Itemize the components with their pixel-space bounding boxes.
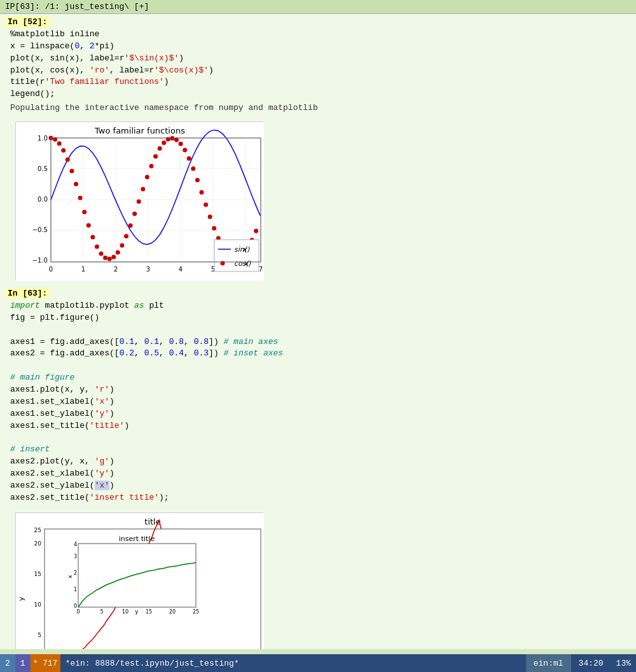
chart-2-ylabel: y xyxy=(17,597,25,601)
svg-point-44 xyxy=(124,234,128,238)
svg-point-28 xyxy=(57,141,62,146)
chart-2-inset-title: insert title xyxy=(119,535,155,543)
svg-point-39 xyxy=(103,256,107,260)
svg-point-62 xyxy=(200,190,204,195)
svg-point-59 xyxy=(187,156,191,161)
svg-text:): ) xyxy=(247,245,250,254)
svg-point-52 xyxy=(158,146,162,151)
svg-text:0: 0 xyxy=(74,603,77,609)
svg-text:15: 15 xyxy=(146,609,152,615)
chart-2-inset-ylabel: x xyxy=(67,575,73,579)
svg-point-49 xyxy=(145,175,149,179)
svg-text:25: 25 xyxy=(193,609,199,615)
svg-point-57 xyxy=(179,142,183,146)
svg-point-75 xyxy=(254,229,258,233)
chart-2-inset-xlabel: y xyxy=(135,608,139,615)
svg-text:2: 2 xyxy=(74,570,77,576)
svg-point-36 xyxy=(90,235,95,240)
svg-point-46 xyxy=(132,212,137,216)
svg-text:2: 2 xyxy=(114,266,118,273)
svg-point-35 xyxy=(86,223,91,228)
svg-point-65 xyxy=(212,226,216,230)
status-percent: 13% xyxy=(611,659,636,668)
status-bar: 2 1 * 717 *ein: 8888/test.ipynb/just_tes… xyxy=(0,654,636,672)
chart-2-svg: title y x 0 5 10 15 20 25 0 1 2 3 4 5 xyxy=(16,513,264,649)
chart-1-title: Two familiar functions xyxy=(94,126,185,135)
svg-point-31 xyxy=(69,168,74,173)
title-bar: IP[63]: /1: just_testing\ [+] xyxy=(0,0,636,14)
status-asterisk-indicator: * 717 xyxy=(31,654,60,672)
svg-point-48 xyxy=(141,187,145,191)
status-filename: *ein: 8888/test.ipynb/just_testing* xyxy=(60,659,526,668)
svg-text:25: 25 xyxy=(34,527,41,533)
cell-52-code[interactable]: %matplotlib inline x = linspace(0, 2*pi)… xyxy=(0,27,636,102)
svg-point-33 xyxy=(78,196,83,200)
cell-63-code[interactable]: import matplotlib.pyplot as plt fig = pl… xyxy=(0,299,636,505)
svg-text:5: 5 xyxy=(38,632,41,638)
chart-1-svg: Two familiar functions 1.0 0.5 0.0 −0.5 … xyxy=(16,122,264,281)
svg-text:3: 3 xyxy=(74,554,77,559)
cell-52: In [52]: %matplotlib inline x = linspace… xyxy=(0,14,636,116)
title-text: IP[63]: /1: just_testing\ [+] xyxy=(5,2,149,11)
chart-1-container: Two familiar functions 1.0 0.5 0.0 −0.5 … xyxy=(15,121,263,280)
cell-63-label: In [63]: xyxy=(5,288,50,299)
svg-text:): ) xyxy=(248,259,251,268)
svg-text:10: 10 xyxy=(34,601,42,608)
svg-text:4: 4 xyxy=(179,266,183,273)
svg-text:3: 3 xyxy=(146,266,150,273)
status-cell-num2[interactable]: 1 xyxy=(15,654,31,672)
svg-point-47 xyxy=(137,199,141,203)
svg-point-45 xyxy=(128,223,133,228)
svg-point-37 xyxy=(95,245,99,249)
svg-point-43 xyxy=(120,243,124,248)
svg-text:1: 1 xyxy=(74,587,77,593)
svg-point-30 xyxy=(66,158,70,162)
svg-point-41 xyxy=(111,255,116,259)
svg-text:10: 10 xyxy=(122,609,128,615)
svg-text:−0.5: −0.5 xyxy=(32,226,48,233)
svg-text:0: 0 xyxy=(76,609,80,615)
chart-2-container: title y x 0 5 10 15 20 25 0 1 2 3 4 5 xyxy=(15,512,263,649)
svg-text:7: 7 xyxy=(259,266,263,273)
svg-text:0.5: 0.5 xyxy=(38,165,48,172)
svg-point-64 xyxy=(208,215,212,219)
svg-point-34 xyxy=(82,210,86,214)
svg-point-60 xyxy=(191,167,195,171)
notebook: In [52]: %matplotlib inline x = linspace… xyxy=(0,14,636,649)
svg-text:4: 4 xyxy=(74,542,77,547)
svg-point-61 xyxy=(195,178,200,182)
cell-52-output: Populating the interactive namespace fro… xyxy=(0,102,636,114)
cell-52-label: In [52]: xyxy=(5,17,50,27)
svg-point-58 xyxy=(183,148,187,153)
svg-point-29 xyxy=(61,148,66,153)
svg-point-32 xyxy=(74,182,78,186)
svg-text:1.0: 1.0 xyxy=(38,135,48,142)
svg-rect-98 xyxy=(78,544,196,607)
svg-text:5: 5 xyxy=(100,609,103,615)
svg-point-51 xyxy=(153,154,158,159)
svg-text:0: 0 xyxy=(49,266,53,273)
svg-point-38 xyxy=(99,252,104,256)
status-position: 34:20 xyxy=(571,659,611,668)
svg-point-42 xyxy=(116,250,120,255)
svg-text:20: 20 xyxy=(34,540,42,547)
svg-text:15: 15 xyxy=(34,571,41,577)
svg-point-63 xyxy=(204,202,208,207)
svg-point-40 xyxy=(107,257,112,261)
status-mode: ein:ml xyxy=(526,654,571,672)
svg-text:−1.0: −1.0 xyxy=(32,257,48,264)
status-cell-num1[interactable]: 2 xyxy=(0,654,15,672)
svg-point-53 xyxy=(162,141,166,145)
svg-text:1: 1 xyxy=(81,266,85,273)
cell-63: In [63]: import matplotlib.pyplot as plt… xyxy=(0,285,636,507)
svg-text:0.0: 0.0 xyxy=(38,196,48,203)
svg-point-50 xyxy=(149,164,154,168)
svg-text:20: 20 xyxy=(169,609,176,615)
